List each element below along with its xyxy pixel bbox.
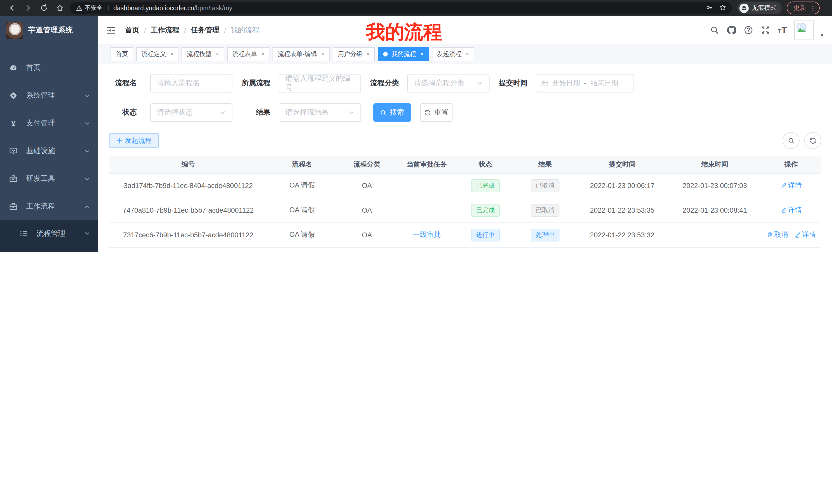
tab-label: 发起流程 — [437, 50, 462, 58]
breadcrumb-task-mgmt[interactable]: 任务管理 — [191, 25, 219, 35]
close-icon[interactable]: × — [261, 51, 265, 57]
detail-link[interactable]: 详情 — [780, 205, 802, 215]
chevron-down-icon — [219, 109, 226, 116]
home-icon[interactable] — [54, 2, 65, 13]
sidebar-item-3-基础设施[interactable]: 基础设施 — [0, 137, 98, 165]
status-select[interactable]: 请选择状态 — [150, 103, 232, 122]
close-icon[interactable]: × — [420, 51, 423, 57]
refresh-table-button[interactable] — [804, 132, 821, 149]
url-host: dashboard.yudao.iocoder.cn — [113, 4, 194, 11]
search-icon — [380, 109, 387, 116]
process-id-cell: 7470a810-7b9b-11ec-b5b7-acde48001122 — [109, 198, 267, 222]
tab-首页[interactable]: 首页 — [110, 47, 133, 61]
broken-image-icon — [796, 22, 807, 33]
search-button[interactable]: 搜索 — [373, 103, 411, 122]
tab-label: 流程表单 — [232, 50, 257, 58]
process-category-cell: OA — [337, 173, 397, 198]
reset-button[interactable]: 重置 — [420, 103, 452, 122]
fullscreen-icon[interactable] — [761, 25, 770, 35]
tab-发起流程[interactable]: 发起流程× — [432, 47, 474, 61]
status-tag: 已完成 — [471, 179, 500, 192]
update-button[interactable]: 更新 — [787, 2, 820, 15]
back-icon[interactable] — [6, 2, 18, 13]
process-category-select[interactable]: 请选择流程分类 — [407, 74, 490, 92]
table-row: 7470a810-7b9b-11ec-b5b7-acde48001122OA 请… — [109, 198, 821, 222]
process-name-input[interactable]: 请输入流程名 — [150, 74, 232, 92]
sidebar-item-7-任务管理[interactable]: 任务管理 — [0, 247, 98, 252]
hamburger-icon[interactable] — [106, 25, 116, 35]
tab-流程表单[interactable]: 流程表单× — [227, 47, 270, 61]
cancel-link[interactable]: 取消 — [766, 230, 788, 240]
header-search-icon[interactable] — [710, 25, 719, 35]
key-icon[interactable] — [706, 3, 713, 12]
sidebar-item-0-首页[interactable]: 首页 — [0, 54, 98, 82]
gauge-icon — [9, 64, 18, 72]
process-category-cell: OA — [337, 247, 397, 252]
sidebar: 芋道管理系统 首页系统管理¥支付管理基础设施研发工具工作流程流程管理任务管理我的… — [0, 16, 98, 252]
close-icon[interactable]: × — [170, 51, 174, 57]
tab-用户分组[interactable]: 用户分组× — [333, 47, 375, 61]
sidebar-item-label: 工作流程 — [26, 202, 55, 211]
help-icon[interactable] — [744, 25, 753, 35]
avatar[interactable] — [795, 20, 814, 40]
table-toolbar: 发起流程 — [109, 132, 821, 149]
detail-link[interactable]: 详情 — [780, 181, 802, 190]
submit-time-range-input[interactable]: 开始日期 - 结束日期 — [536, 74, 634, 92]
end-time-cell: 2022-01-23 00:07:03 — [669, 173, 761, 198]
chevron-down-icon — [84, 231, 90, 236]
address-bar[interactable]: 不安全 dashboard.yudao.iocoder.cn/bpm/task/… — [70, 2, 732, 14]
current-task-link[interactable]: 一级审批 — [413, 230, 441, 240]
process-name-cell: OA 请假 — [267, 198, 337, 222]
close-icon[interactable]: × — [321, 51, 324, 57]
app-logo-row[interactable]: 芋道管理系统 — [0, 16, 98, 45]
status-cell: 进行中 — [457, 222, 514, 247]
github-icon[interactable] — [727, 25, 736, 35]
table-header-row: 编号流程名流程分类当前审批任务状态结果提交时间结束时间操作 — [109, 156, 821, 173]
actions-cell: 取消详情 — [761, 222, 821, 247]
security-warning[interactable]: 不安全 — [76, 4, 103, 12]
process-category-label: 流程分类 — [361, 79, 399, 88]
actions-cell: 详情 — [761, 173, 821, 198]
sidebar-item-4-研发工具[interactable]: 研发工具 — [0, 165, 98, 193]
reload-icon[interactable] — [38, 2, 49, 13]
sidebar-item-label: 基础设施 — [26, 146, 55, 156]
close-icon[interactable]: × — [216, 51, 219, 57]
tab-label: 我的流程 — [391, 50, 416, 58]
submit-time-cell: 2022-01-23 00:06:17 — [576, 173, 669, 198]
breadcrumb-workflow[interactable]: 工作流程 — [151, 25, 179, 35]
active-tab-dot — [383, 52, 388, 56]
content-area: 流程名 请输入流程名 所属流程 请输入流程定义的编号 流程分类 请选择流程分类 — [98, 64, 832, 252]
process-category-cell: OA — [337, 222, 397, 247]
end-time-cell — [669, 222, 761, 247]
result-select[interactable]: 请选择流结果 — [279, 103, 361, 122]
font-size-icon[interactable]: TT — [778, 26, 787, 34]
detail-link[interactable]: 详情 — [794, 230, 816, 240]
result-label: 结果 — [232, 108, 270, 117]
search-icon — [787, 137, 795, 144]
avatar-caret-icon[interactable]: ▼ — [820, 33, 824, 38]
close-icon[interactable]: × — [466, 51, 469, 57]
status-tag: 已完成 — [471, 204, 500, 217]
sidebar-item-2-支付管理[interactable]: ¥支付管理 — [0, 109, 98, 137]
column-header-结果: 结果 — [514, 156, 576, 173]
submit-time-cell: 2022-01-22 23:53:32 — [576, 222, 669, 247]
tab-我的流程[interactable]: 我的流程× — [378, 47, 428, 61]
sidebar-item-5-工作流程[interactable]: 工作流程 — [0, 193, 98, 220]
app-title: 芋道管理系统 — [28, 26, 73, 35]
chevron-down-icon — [84, 93, 90, 99]
submit-time-cell: 2022-01-22 23:53:35 — [576, 198, 669, 222]
sidebar-item-6-流程管理[interactable]: 流程管理 — [0, 220, 98, 247]
filter-row-2: 状态 请选择状态 结果 请选择流结果 搜索 — [109, 103, 821, 122]
column-header-流程分类: 流程分类 — [337, 156, 397, 173]
tab-流程表单-编辑[interactable]: 流程表单-编辑× — [273, 47, 330, 61]
create-process-button[interactable]: 发起流程 — [109, 133, 159, 148]
bookmark-star-icon[interactable] — [719, 3, 726, 12]
sidebar-item-1-系统管理[interactable]: 系统管理 — [0, 82, 98, 109]
process-definition-input[interactable]: 请输入流程定义的编号 — [279, 74, 361, 92]
close-icon[interactable]: × — [367, 51, 370, 57]
tab-流程模型[interactable]: 流程模型× — [182, 47, 224, 61]
show-search-toggle-button[interactable] — [783, 132, 800, 149]
forward-icon[interactable] — [22, 2, 33, 13]
tab-流程定义[interactable]: 流程定义× — [136, 47, 179, 61]
breadcrumb-home[interactable]: 首页 — [125, 25, 139, 35]
